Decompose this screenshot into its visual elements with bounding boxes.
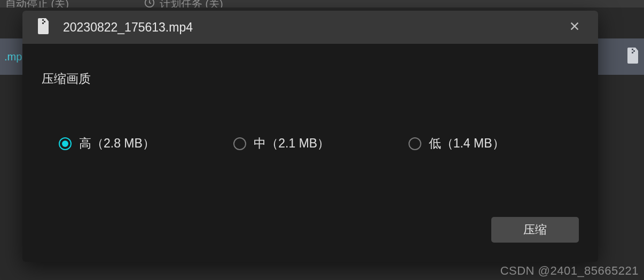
modal-header: 20230822_175613.mp4 [22,11,598,44]
section-title: 压缩画质 [42,71,579,87]
quality-options: 高（2.8 MB） 中（2.1 MB） 低（1.4 MB） [42,135,579,152]
svg-rect-4 [42,19,44,21]
auto-stop-status: 自动停止 (关) [5,0,69,7]
auto-stop-label: 自动停止 (关) [5,0,69,7]
modal-footer: 压缩 [22,217,598,262]
svg-rect-1 [632,49,633,50]
svg-rect-2 [633,50,635,52]
watermark: CSDN @2401_85665221 [500,264,639,278]
compress-button[interactable]: 压缩 [491,217,579,243]
scheduled-task-status: 计划任务 (关) [144,0,223,7]
background-toolbar: 自动停止 (关) 计划任务 (关) [0,0,644,7]
svg-rect-3 [632,52,633,53]
scheduled-task-label: 计划任务 (关) [160,0,223,7]
quality-option-low[interactable]: 低（1.4 MB） [409,135,562,152]
close-icon [569,20,580,34]
quality-label: 高（2.8 MB） [79,135,155,152]
quality-label: 中（2.1 MB） [254,135,329,152]
modal-body: 压缩画质 高（2.8 MB） 中（2.1 MB） 低（1.4 MB） [22,44,598,217]
file-ext-fragment: .mp [4,51,22,63]
zip-file-icon [627,48,640,66]
svg-rect-5 [44,21,45,22]
clock-icon [144,0,155,7]
modal-filename: 20230822_175613.mp4 [63,20,553,35]
radio-icon [409,137,421,150]
quality-option-high[interactable]: 高（2.8 MB） [59,135,212,152]
radio-icon [233,137,246,150]
svg-rect-6 [42,22,44,24]
zip-file-icon [37,18,50,36]
compress-modal: 20230822_175613.mp4 压缩画质 高（2.8 MB） 中（2.1… [22,11,598,262]
quality-option-medium[interactable]: 中（2.1 MB） [233,135,387,152]
close-button[interactable] [566,19,583,36]
quality-label: 低（1.4 MB） [429,135,505,152]
radio-icon [59,137,72,150]
